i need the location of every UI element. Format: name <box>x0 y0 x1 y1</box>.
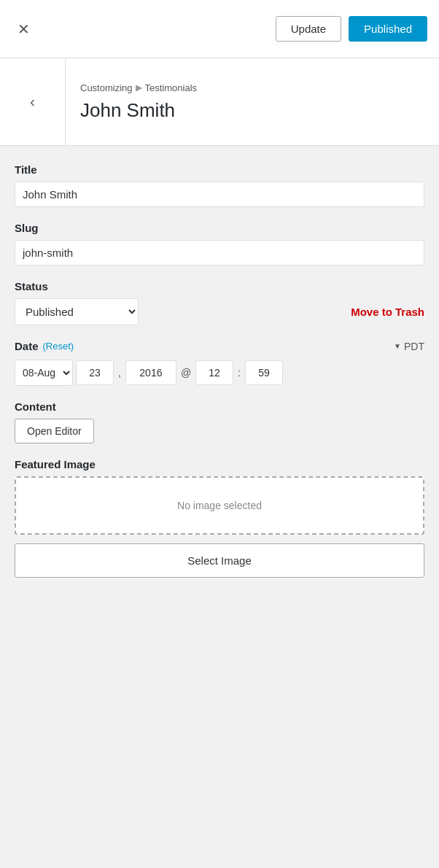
date-month-select[interactable]: 08-Aug <box>15 360 73 386</box>
select-image-button[interactable]: Select Image <box>15 543 424 578</box>
date-row: 08-Aug , @ : <box>15 360 424 386</box>
pdt-arrow-icon: ▼ <box>394 342 401 350</box>
slug-field-group: Slug <box>15 222 424 266</box>
close-button[interactable]: ✕ <box>12 15 36 44</box>
featured-image-box: No image selected <box>15 476 424 535</box>
page-title: John Smith <box>80 99 424 122</box>
main-content: Title Slug Status Published Draft Pendin… <box>0 146 439 610</box>
featured-image-field-group: Featured Image No image selected Select … <box>15 458 424 578</box>
title-label: Title <box>15 163 424 176</box>
header-content: Customizing ▶ Testimonials John Smith <box>66 58 439 145</box>
top-bar: ✕ Update Published <box>0 0 439 58</box>
top-bar-actions: Update Published <box>77 16 427 42</box>
breadcrumb-part1: Customizing <box>80 82 133 93</box>
pdt-text: PDT <box>404 341 424 352</box>
featured-image-label: Featured Image <box>15 458 424 470</box>
content-label: Content <box>15 400 424 413</box>
reset-link[interactable]: (Reset) <box>43 341 74 352</box>
breadcrumb-part2: Testimonials <box>145 82 198 93</box>
date-at: @ <box>179 367 193 379</box>
move-to-trash-button[interactable]: Move to Trash <box>351 306 424 318</box>
status-row: Published Draft Pending Review Move to T… <box>15 298 424 325</box>
back-button[interactable]: ‹ <box>21 88 44 116</box>
status-label: Status <box>15 280 424 292</box>
slug-input[interactable] <box>15 240 424 266</box>
open-editor-button[interactable]: Open Editor <box>15 419 94 443</box>
title-field-group: Title <box>15 163 424 207</box>
header-section: ‹ Customizing ▶ Testimonials John Smith <box>0 58 439 146</box>
breadcrumb-separator: ▶ <box>136 82 142 93</box>
title-input[interactable] <box>15 182 424 207</box>
back-column: ‹ <box>0 58 66 145</box>
top-bar-left: ✕ <box>12 15 77 44</box>
date-field-group: Date (Reset) ▼ PDT 08-Aug , @ : <box>15 340 424 386</box>
slug-label: Slug <box>15 222 424 234</box>
no-image-text: No image selected <box>177 500 262 511</box>
date-year-input[interactable] <box>125 360 176 385</box>
pdt-label: ▼ PDT <box>394 341 424 352</box>
published-status-button[interactable]: Published <box>349 16 427 42</box>
date-label-row: Date (Reset) ▼ PDT <box>15 340 424 352</box>
content-field-group: Content Open Editor <box>15 400 424 443</box>
update-button[interactable]: Update <box>276 16 341 42</box>
date-hour-input[interactable] <box>195 360 233 385</box>
date-comma: , <box>117 367 123 379</box>
date-colon: : <box>236 367 242 379</box>
date-day-input[interactable] <box>76 360 114 385</box>
date-label: Date <box>15 340 39 352</box>
date-minute-input[interactable] <box>245 360 283 385</box>
status-field-group: Status Published Draft Pending Review Mo… <box>15 280 424 325</box>
breadcrumb: Customizing ▶ Testimonials <box>80 82 424 93</box>
status-select[interactable]: Published Draft Pending Review <box>15 298 139 325</box>
